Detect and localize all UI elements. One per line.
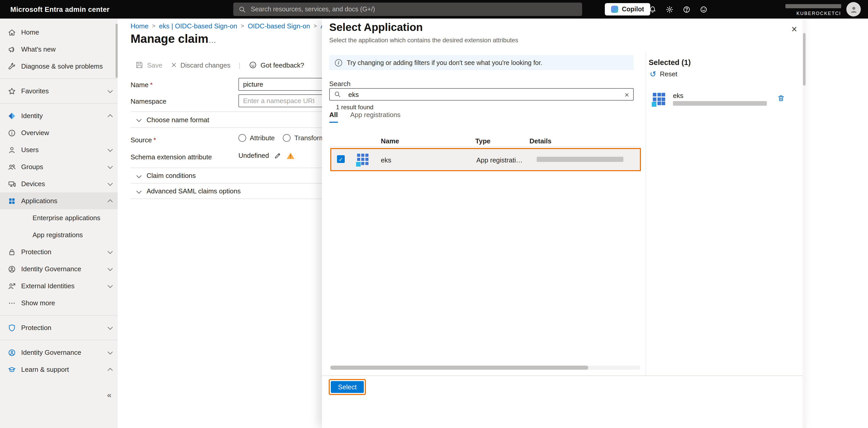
clear-search-icon[interactable]: ×	[624, 91, 629, 98]
sidebar-item-identity[interactable]: Identity	[0, 107, 118, 124]
select-button[interactable]: Select	[331, 381, 364, 393]
select-button-highlight: Select	[329, 379, 366, 395]
panel-search-input[interactable]	[348, 91, 617, 98]
sidebar-item-identity-governance-2[interactable]: Identity Governance	[0, 344, 118, 361]
save-button[interactable]: Save	[135, 61, 162, 69]
topbar: Microsoft Entra admin center Copilot KUB…	[0, 0, 868, 19]
sidebar-item-protection[interactable]: Protection	[0, 243, 118, 260]
select-application-panel: Select Application × Select the applicat…	[322, 19, 806, 428]
sidebar-item-label: Applications	[21, 197, 104, 205]
tab-app-registrations[interactable]: App registrations	[350, 111, 400, 123]
search-icon	[334, 91, 341, 98]
warning-triangle-icon	[287, 152, 295, 159]
table-header-divider	[329, 146, 641, 147]
sidebar-item-identity-governance[interactable]: Identity Governance	[0, 260, 118, 277]
sidebar-item-applications[interactable]: Applications	[0, 192, 118, 209]
close-icon[interactable]: ×	[788, 23, 800, 36]
app-registration-icon	[357, 154, 368, 165]
sidebar-item-app-registrations[interactable]: App registrations	[0, 226, 118, 243]
sidebar-item-show-more[interactable]: Show more	[0, 294, 118, 311]
account-info[interactable]: KUBEROCKETCI	[764, 4, 841, 16]
sidebar-item-label: Learn & support	[21, 366, 104, 373]
sidebar-item-learn-support[interactable]: Learn & support	[0, 361, 118, 378]
people-icon	[7, 163, 17, 171]
sidebar-item-overview[interactable]: Overview	[0, 124, 118, 141]
reset-button[interactable]: ↺ Reset	[650, 70, 677, 78]
info-banner-text: Try changing or adding filters if you do…	[347, 59, 542, 66]
row-app-type: App registrati…	[476, 156, 523, 164]
lock-icon	[7, 248, 17, 256]
copilot-button[interactable]: Copilot	[605, 3, 650, 15]
home-icon	[7, 28, 17, 36]
sidebar-item-label: Identity Governance	[21, 349, 104, 356]
sidebar-item-label: Diagnose & solve problems	[21, 62, 113, 70]
chevron-down-icon	[108, 284, 113, 288]
trash-icon[interactable]	[777, 94, 785, 102]
sidebar-item-label: Home	[21, 28, 113, 36]
sidebar-item-label: Favorites	[21, 87, 104, 95]
sidebar-item-label: App registrations	[32, 231, 113, 239]
sidebar-collapse-icon[interactable]: «	[107, 390, 112, 399]
sidebar-item-protection-2[interactable]: Protection	[0, 319, 118, 336]
panel-search-box: ×	[329, 88, 634, 101]
sidebar-scrollbar-thumb[interactable]	[116, 24, 118, 78]
sidebar-item-external-identities[interactable]: External Identities	[0, 277, 118, 294]
edit-pencil-icon[interactable]	[274, 152, 281, 159]
panel-tabs: All App registrations	[329, 111, 400, 123]
account-tenant: KUBEROCKETCI	[764, 11, 841, 16]
sidebar-item-groups[interactable]: Groups	[0, 158, 118, 175]
breadcrumb-signon[interactable]: OIDC-based Sign-on	[248, 22, 310, 30]
breadcrumb-app[interactable]: eks | OIDC-based Sign-on	[159, 22, 237, 30]
selected-item-name: eks	[673, 92, 683, 100]
sidebar-item-diagnose[interactable]: Diagnose & solve problems	[0, 58, 118, 75]
sidebar-item-label: Protection	[21, 248, 104, 256]
notifications-bell-icon[interactable]	[644, 0, 660, 19]
chevron-down-icon	[108, 267, 113, 271]
page-title: Manage claim	[130, 32, 209, 46]
help-icon[interactable]	[678, 0, 694, 19]
avatar[interactable]	[846, 2, 861, 17]
sidebar-item-label: External Identities	[21, 282, 104, 290]
feedback-label: Got feedback?	[260, 61, 304, 69]
schema-extension-value-row: Undefined	[239, 152, 295, 159]
breadcrumb-separator: >	[241, 22, 244, 30]
radio-attribute[interactable]: Attribute	[239, 134, 275, 142]
app-title: Microsoft Entra admin center	[10, 6, 110, 13]
copilot-label: Copilot	[622, 6, 644, 13]
required-asterisk: *	[150, 81, 153, 89]
feedback-icon[interactable]	[695, 0, 712, 19]
global-search-input[interactable]	[251, 6, 577, 13]
chevron-down-icon	[137, 118, 142, 122]
got-feedback-button[interactable]: Got feedback?	[249, 61, 304, 69]
governance-icon	[7, 348, 17, 357]
feedback-smiley-icon	[249, 61, 257, 69]
chevron-down-icon	[108, 182, 113, 186]
horizontal-scrollbar-thumb[interactable]	[330, 366, 588, 370]
sidebar-item-enterprise-applications[interactable]: Enterprise applications	[0, 209, 118, 226]
namespace-field-label: Namespace	[130, 97, 166, 105]
accordion-label: Advanced SAML claims options	[147, 187, 241, 195]
vertical-scrollbar-thumb[interactable]	[803, 33, 806, 86]
radio-label: Attribute	[250, 134, 275, 142]
panel-title: Select Application	[329, 21, 423, 34]
sidebar-item-devices[interactable]: Devices	[0, 175, 118, 192]
info-icon: i	[335, 59, 342, 66]
horizontal-scrollbar[interactable]	[330, 366, 641, 370]
megaphone-icon	[7, 45, 17, 53]
sidebar-item-label: Show more	[21, 299, 113, 307]
sidebar-item-label: Protection	[21, 324, 104, 332]
more-options-icon[interactable]: …	[209, 36, 217, 44]
sidebar-item-favorites[interactable]: Favorites	[0, 83, 118, 100]
name-field-label: Name*	[130, 81, 153, 89]
checkbox-checked[interactable]: ✓	[337, 155, 345, 163]
settings-gear-icon[interactable]	[661, 0, 678, 19]
sidebar-item-home[interactable]: Home	[0, 24, 118, 41]
table-row[interactable]: ✓ eks App registrati…	[330, 148, 641, 171]
breadcrumb-home[interactable]: Home	[130, 22, 148, 30]
redacted-account-name	[785, 4, 841, 8]
sidebar-item-whats-new[interactable]: What's new	[0, 41, 118, 58]
tab-all[interactable]: All	[329, 111, 338, 123]
vertical-scrollbar[interactable]	[802, 19, 806, 428]
discard-changes-button[interactable]: Discard changes	[170, 61, 230, 69]
sidebar-item-users[interactable]: Users	[0, 141, 118, 158]
